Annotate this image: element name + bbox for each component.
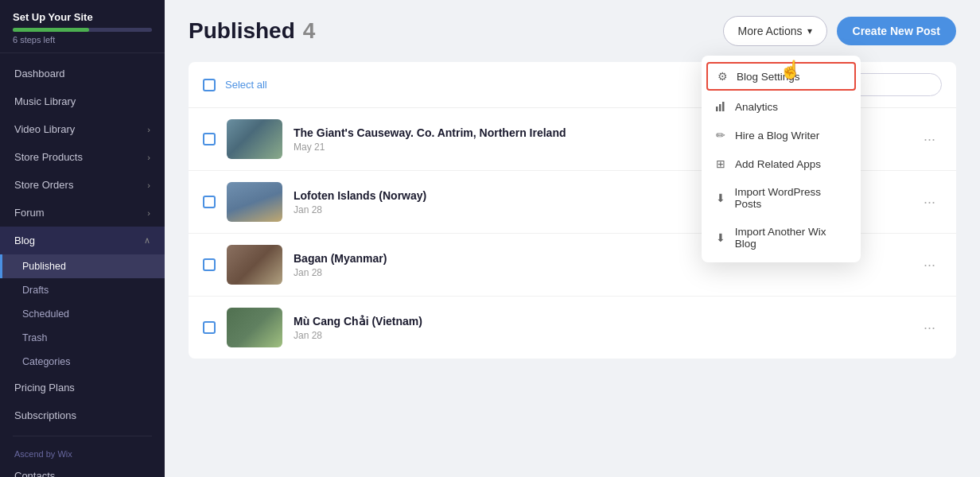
dropdown-item-hire-writer[interactable]: ✏ Hire a Blog Writer bbox=[702, 121, 861, 149]
post-more-button[interactable]: ··· bbox=[917, 316, 942, 339]
svg-rect-2 bbox=[722, 102, 725, 111]
chevron-up-icon: ∧ bbox=[144, 235, 150, 246]
post-thumbnail bbox=[227, 119, 282, 159]
post-checkbox[interactable] bbox=[203, 258, 216, 271]
select-all-label[interactable]: Select all bbox=[225, 79, 267, 91]
post-more-button[interactable]: ··· bbox=[917, 191, 942, 214]
post-title: Mù Cang Chải (Vietnam) bbox=[294, 315, 906, 328]
sidebar-nav: Dashboard Music Library Video Library › … bbox=[0, 53, 165, 477]
steps-left: 6 steps left bbox=[13, 35, 152, 45]
chevron-right-icon: › bbox=[147, 208, 150, 218]
create-new-post-button[interactable]: Create New Post bbox=[837, 17, 956, 45]
main-content: Published 4 More Actions ▾ Create New Po… bbox=[165, 0, 980, 477]
sidebar-item-music-library[interactable]: Music Library bbox=[0, 87, 165, 115]
post-thumbnail bbox=[227, 245, 282, 285]
sidebar-item-drafts[interactable]: Drafts bbox=[0, 278, 165, 302]
header-actions: More Actions ▾ Create New Post ⚙ Blog Se… bbox=[723, 16, 956, 46]
sidebar-item-store-products[interactable]: Store Products › bbox=[0, 143, 165, 171]
post-checkbox[interactable] bbox=[203, 133, 216, 145]
sidebar-item-pricing-plans[interactable]: Pricing Plans bbox=[0, 374, 165, 401]
post-more-button[interactable]: ··· bbox=[917, 254, 942, 277]
post-date: Jan 28 bbox=[294, 330, 906, 341]
post-count: 4 bbox=[303, 18, 316, 44]
chevron-right-icon: › bbox=[147, 125, 150, 134]
post-checkbox[interactable] bbox=[203, 321, 216, 334]
setup-title: Set Up Your Site bbox=[13, 11, 152, 23]
sidebar-item-forum[interactable]: Forum › bbox=[0, 199, 165, 227]
setup-section: Set Up Your Site 6 steps left bbox=[0, 0, 165, 53]
post-checkbox[interactable] bbox=[203, 196, 216, 208]
dropdown-item-import-wix-blog[interactable]: ⬇ Import Another Wix Blog bbox=[702, 218, 861, 258]
sidebar-item-categories[interactable]: Categories bbox=[0, 350, 165, 374]
sidebar-item-store-orders[interactable]: Store Orders › bbox=[0, 171, 165, 199]
more-actions-button[interactable]: More Actions ▾ bbox=[723, 16, 827, 46]
svg-rect-1 bbox=[719, 104, 721, 111]
sidebar-item-video-library[interactable]: Video Library › bbox=[0, 115, 165, 143]
sidebar: Set Up Your Site 6 steps left Dashboard … bbox=[0, 0, 165, 477]
pen-icon: ✏ bbox=[714, 129, 727, 142]
download-icon: ⬇ bbox=[714, 192, 727, 204]
apps-icon: ⊞ bbox=[714, 157, 727, 170]
sidebar-item-contacts[interactable]: Contacts bbox=[0, 462, 165, 477]
ascend-label: Ascend by Wix bbox=[0, 443, 165, 462]
sidebar-divider bbox=[13, 436, 152, 436]
gear-icon: ⚙ bbox=[716, 70, 729, 83]
analytics-icon bbox=[714, 100, 727, 113]
sidebar-item-published[interactable]: Published bbox=[0, 254, 165, 278]
chevron-right-icon: › bbox=[147, 180, 150, 190]
post-info: Mù Cang Chải (Vietnam) Jan 28 bbox=[294, 315, 906, 341]
progress-track bbox=[13, 28, 152, 32]
sidebar-item-scheduled[interactable]: Scheduled bbox=[0, 302, 165, 326]
sidebar-item-dashboard[interactable]: Dashboard bbox=[0, 60, 165, 87]
select-all-checkbox[interactable] bbox=[203, 79, 216, 91]
page-title: Published bbox=[189, 18, 295, 44]
page-header: Published 4 More Actions ▾ Create New Po… bbox=[165, 0, 980, 62]
more-actions-dropdown: ⚙ Blog Settings Analytics ✏ Hir bbox=[702, 56, 861, 262]
download-icon: ⬇ bbox=[714, 231, 727, 244]
chevron-down-icon: ▾ bbox=[807, 25, 812, 37]
svg-rect-0 bbox=[716, 107, 718, 111]
post-thumbnail bbox=[227, 182, 282, 222]
page-title-group: Published 4 bbox=[189, 18, 315, 44]
post-row[interactable]: Mù Cang Chải (Vietnam) Jan 28 ··· bbox=[189, 297, 956, 359]
sidebar-item-blog[interactable]: Blog ∧ bbox=[0, 227, 165, 254]
dropdown-item-blog-settings[interactable]: ⚙ Blog Settings bbox=[706, 62, 856, 91]
sidebar-item-trash[interactable]: Trash bbox=[0, 326, 165, 350]
chevron-right-icon: › bbox=[147, 153, 150, 162]
dropdown-item-add-apps[interactable]: ⊞ Add Related Apps bbox=[702, 149, 861, 178]
dropdown-item-analytics[interactable]: Analytics bbox=[702, 92, 861, 121]
dropdown-item-import-wordpress[interactable]: ⬇ Import WordPress Posts bbox=[702, 178, 861, 218]
post-thumbnail bbox=[227, 308, 282, 347]
post-date: Jan 28 bbox=[294, 267, 906, 278]
post-more-button[interactable]: ··· bbox=[917, 128, 942, 151]
sidebar-item-subscriptions[interactable]: Subscriptions bbox=[0, 401, 165, 429]
progress-fill bbox=[13, 28, 89, 32]
